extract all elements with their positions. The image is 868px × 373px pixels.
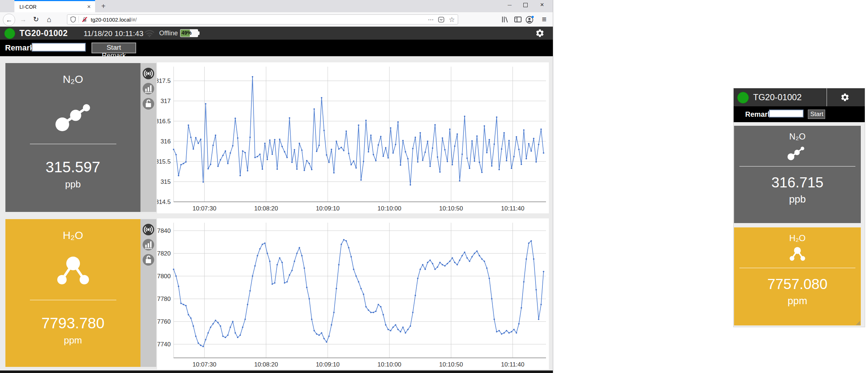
divider	[30, 300, 116, 300]
library-icon[interactable]	[501, 15, 510, 24]
svg-text:7760: 7760	[157, 318, 171, 325]
bar-chart-icon[interactable]	[143, 239, 154, 250]
n2o-chart-svg[interactable]: 10:07:3010:08:2010:09:1010:10:0010:10:50…	[157, 62, 549, 213]
window-close-button[interactable]: ×	[535, 0, 549, 9]
url-suffix: /#/	[131, 17, 137, 23]
svg-text:10:07:30: 10:07:30	[193, 361, 216, 368]
divider	[739, 268, 855, 268]
unlock-icon[interactable]	[143, 98, 154, 110]
tracking-shield-icon[interactable]	[70, 16, 76, 23]
reload-button[interactable]: ↻	[30, 14, 42, 25]
n2o-unit: ppb	[5, 179, 140, 190]
tab-title: LI-COR	[19, 4, 86, 10]
battery-percent: 49%	[182, 30, 192, 36]
unlock-icon[interactable]	[143, 254, 154, 266]
status-dot	[737, 92, 749, 103]
svg-text:10:09:10: 10:09:10	[316, 205, 340, 212]
n2o-gauge-panel: N₂O 315.597 ppb	[5, 63, 140, 212]
h2o-chart-controls	[140, 219, 156, 367]
svg-text:317: 317	[161, 98, 171, 105]
n2o-molecule-icon	[46, 95, 100, 134]
maximize-icon	[523, 3, 528, 7]
n2o-title: N₂O	[5, 73, 140, 85]
h2o-unit: ppm	[5, 335, 140, 346]
start-remark-button[interactable]: Start Remark	[91, 43, 136, 53]
h2o-chart-svg[interactable]: 10:07:3010:08:2010:09:1010:10:0010:10:50…	[157, 218, 549, 369]
device-datetime: 11/18/20 10:11:43	[84, 27, 143, 40]
n2o-title: N₂O	[734, 132, 861, 142]
svg-text:7820: 7820	[157, 250, 171, 257]
window-maximize-button[interactable]	[519, 0, 532, 9]
svg-text:10:10:00: 10:10:00	[377, 205, 401, 212]
widget-start-button[interactable]: Start	[808, 110, 825, 119]
svg-text:315: 315	[161, 178, 171, 185]
divider	[739, 166, 855, 166]
svg-text:10:11:40: 10:11:40	[501, 205, 524, 212]
remark-input[interactable]	[32, 43, 86, 52]
bookmark-star-icon[interactable]: ☆	[449, 15, 455, 24]
h2o-gauge-panel: H₂O 7793.780 ppm	[5, 219, 140, 367]
forward-button[interactable]: →	[17, 14, 29, 25]
svg-text:316.5: 316.5	[157, 118, 171, 125]
widget-n2o-panel: N₂O 316.715 ppb	[734, 126, 861, 223]
widget-device-id: TG20-01002	[753, 88, 802, 106]
remark-label: Remark	[5, 40, 34, 56]
h2o-title: H₂O	[734, 233, 861, 243]
insecure-lock-icon[interactable]	[81, 16, 88, 23]
svg-text:317.5: 317.5	[157, 77, 171, 84]
wifi-icon	[144, 30, 155, 37]
svg-text:10:10:50: 10:10:50	[439, 205, 463, 212]
svg-text:315.5: 315.5	[157, 158, 171, 165]
widget-h2o-value: 7757.080	[734, 276, 861, 292]
widget-header: TG20-01002	[734, 88, 865, 106]
svg-text:10:08:20: 10:08:20	[254, 361, 278, 368]
settings-gear-icon[interactable]	[535, 28, 545, 38]
svg-text:10:10:50: 10:10:50	[439, 361, 463, 368]
sidebar-toggle-icon[interactable]	[514, 15, 523, 24]
new-tab-button[interactable]: +	[98, 1, 109, 11]
account-icon[interactable]	[525, 15, 534, 24]
n2o-molecule-icon	[785, 144, 810, 161]
window-minimize-button[interactable]: —	[503, 0, 516, 9]
widget-n2o-unit: ppb	[734, 194, 861, 205]
svg-text:10:11:40: 10:11:40	[501, 361, 524, 368]
widget-remark-label: Remark	[745, 106, 771, 122]
status-dot	[4, 28, 15, 39]
widget-remark-bar: Remark Start	[734, 106, 865, 122]
h2o-molecule-icon	[785, 245, 810, 263]
live-broadcast-icon[interactable]	[143, 224, 154, 235]
h2o-title: H₂O	[5, 229, 140, 241]
page-actions-icon[interactable]: ⋯	[428, 16, 434, 23]
widget-remark-input[interactable]	[769, 110, 804, 117]
home-button[interactable]: ⌂	[43, 14, 55, 25]
svg-text:10:07:30: 10:07:30	[193, 205, 216, 212]
live-broadcast-icon[interactable]	[143, 68, 154, 79]
browser-tab[interactable]: LI-COR ×	[14, 0, 95, 12]
browser-window: LI-COR × + — × ← → ↻ ⌂ tg20-01002.local/…	[0, 0, 553, 373]
device-id: TG20-01002	[19, 27, 68, 40]
svg-text:10:09:10: 10:09:10	[316, 361, 340, 368]
widget-h2o-panel: H₂O 7757.080 ppm	[734, 227, 861, 325]
mini-widget: TG20-01002 Remark Start N₂O 316.715 ppb …	[733, 88, 865, 327]
h2o-molecule-icon	[46, 251, 100, 290]
hamburger-menu-icon[interactable]: ≡	[540, 15, 549, 24]
taskbar-sliver	[0, 370, 553, 373]
url-bar[interactable]: tg20-01002.local/#/ ⋯ ☆	[67, 14, 458, 25]
h2o-chart[interactable]: 10:07:3010:08:2010:09:1010:10:0010:10:50…	[157, 218, 549, 369]
svg-text:316: 316	[161, 138, 171, 145]
widget-settings-gear-icon[interactable]	[840, 93, 850, 102]
svg-text:7840: 7840	[157, 227, 171, 234]
connection-status: Offline	[159, 27, 178, 40]
urlbar-separator	[79, 16, 79, 23]
n2o-chart[interactable]: 10:07:3010:08:2010:09:1010:10:0010:10:50…	[157, 62, 549, 213]
pocket-icon[interactable]	[438, 17, 444, 23]
tab-close-icon[interactable]: ×	[86, 3, 92, 10]
bar-chart-icon[interactable]	[143, 83, 154, 94]
divider	[30, 144, 116, 144]
svg-text:314.5: 314.5	[157, 199, 171, 205]
widget-n2o-value: 316.715	[734, 174, 861, 191]
resize-handle[interactable]	[855, 320, 860, 325]
h2o-value: 7793.780	[5, 315, 140, 332]
back-button[interactable]: ←	[3, 14, 15, 26]
battery-nub	[198, 31, 200, 35]
